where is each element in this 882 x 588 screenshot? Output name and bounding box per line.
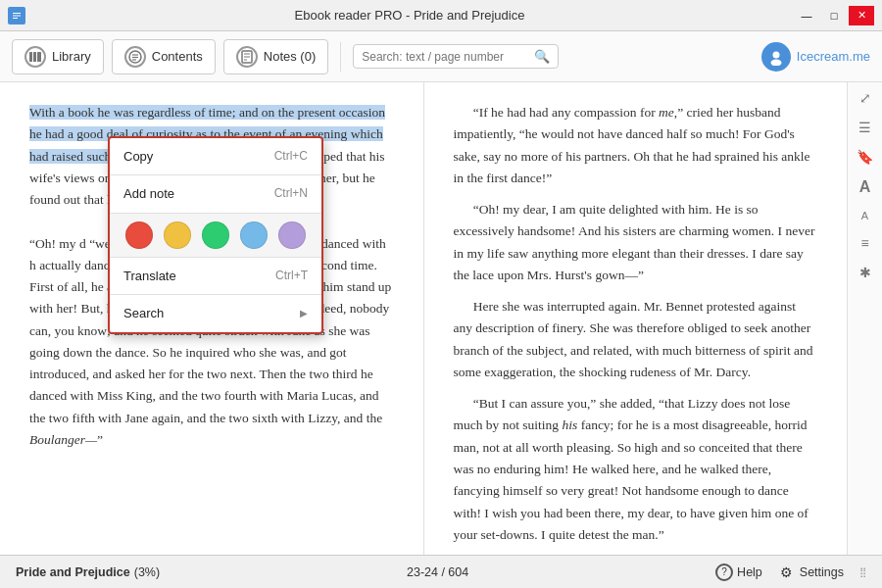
right-page-text: “If he had had any compassion for me,” c… [454, 102, 818, 546]
search-label: Search [123, 303, 164, 323]
close-button[interactable]: ✕ [849, 6, 874, 25]
search-menu-item[interactable]: Search [110, 295, 321, 331]
settings-label: Settings [800, 565, 844, 579]
color-yellow[interactable] [164, 221, 191, 249]
help-button[interactable]: ? Help [715, 564, 762, 581]
settings-button[interactable]: ⚙ Settings [778, 564, 844, 581]
help-icon: ? [715, 564, 733, 581]
star-icon[interactable]: ✱ [859, 265, 871, 280]
align-icon[interactable]: ≡ [860, 235, 868, 251]
copy-shortcut: Ctrl+C [274, 147, 308, 167]
svg-rect-2 [13, 15, 21, 16]
library-icon [24, 46, 46, 68]
svg-rect-3 [13, 18, 18, 19]
add-note-shortcut: Ctrl+N [274, 184, 308, 204]
search-input[interactable] [362, 50, 533, 64]
statusbar-right: ? Help ⚙ Settings ⣿ [715, 564, 866, 581]
gear-icon: ⚙ [778, 564, 796, 581]
statusbar: Pride and Prejudice (3%) 23-24 / 604 ? H… [0, 555, 882, 588]
font-large-icon[interactable]: A [859, 178, 871, 196]
book-title: Pride and Prejudice [16, 565, 130, 579]
resize-handle: ⣿ [859, 566, 866, 577]
toolbar: Library Contents Notes (0) 🔍 Icecream.me [0, 31, 882, 82]
titlebar: Ebook reader PRO - Pride and Prejudice —… [0, 0, 882, 31]
color-green[interactable] [202, 221, 229, 249]
add-note-label: Add note [123, 183, 174, 204]
color-blue[interactable] [240, 221, 268, 249]
help-label: Help [737, 565, 762, 579]
color-red[interactable] [125, 221, 153, 249]
copy-menu-item[interactable]: Copy Ctrl+C [110, 138, 321, 174]
contents-label: Contents [152, 49, 203, 64]
svg-rect-5 [33, 52, 36, 62]
user-avatar-button[interactable]: Icecream.me [761, 42, 870, 72]
window-controls: — □ ✕ [794, 6, 874, 25]
translate-shortcut: Ctrl+T [275, 267, 308, 286]
context-menu: Copy Ctrl+C Add note Ctrl+N Translate Ct… [108, 136, 323, 334]
notes-button[interactable]: Notes (0) [223, 39, 328, 74]
maximize-button[interactable]: □ [821, 6, 847, 25]
search-box[interactable]: 🔍 [353, 44, 558, 69]
minimize-button[interactable]: — [794, 6, 819, 25]
left-page: With a book he was regardless of time; a… [0, 82, 424, 555]
book-progress: (3%) [134, 565, 160, 579]
font-small-icon[interactable]: A [861, 210, 868, 221]
svg-rect-1 [13, 13, 21, 14]
translate-label: Translate [123, 266, 176, 286]
fullscreen-icon[interactable]: ⤢ [859, 90, 871, 106]
bookmark-icon[interactable]: 🔖 [857, 149, 873, 165]
right-page: “If he had had any compassion for me,” c… [424, 82, 848, 555]
contents-button[interactable]: Contents [112, 39, 216, 74]
toolbar-divider [340, 42, 341, 72]
notes-icon [236, 46, 258, 68]
library-label: Library [52, 49, 91, 64]
notes-label: Notes (0) [264, 49, 316, 64]
window-title: Ebook reader PRO - Pride and Prejudice [25, 8, 794, 23]
main-content: With a book he was regardless of time; a… [0, 82, 882, 555]
svg-rect-4 [29, 52, 32, 62]
color-purple[interactable] [278, 221, 306, 249]
page-info: 23-24 / 604 [160, 565, 715, 579]
svg-rect-6 [37, 52, 41, 62]
sidebar-icons: ⤢ ☰ 🔖 A A ≡ ✱ [847, 82, 882, 555]
library-button[interactable]: Library [12, 39, 104, 74]
translate-menu-item[interactable]: Translate Ctrl+T [110, 258, 321, 294]
contents-icon [124, 46, 146, 68]
app-icon [8, 7, 25, 24]
avatar [761, 42, 791, 72]
color-picker-row [110, 214, 321, 257]
user-link[interactable]: Icecream.me [797, 49, 870, 64]
svg-point-16 [772, 51, 779, 58]
add-note-menu-item[interactable]: Add note Ctrl+N [110, 175, 321, 212]
search-icon: 🔍 [534, 49, 550, 64]
copy-label: Copy [123, 146, 153, 167]
list-icon[interactable]: ☰ [858, 120, 871, 135]
